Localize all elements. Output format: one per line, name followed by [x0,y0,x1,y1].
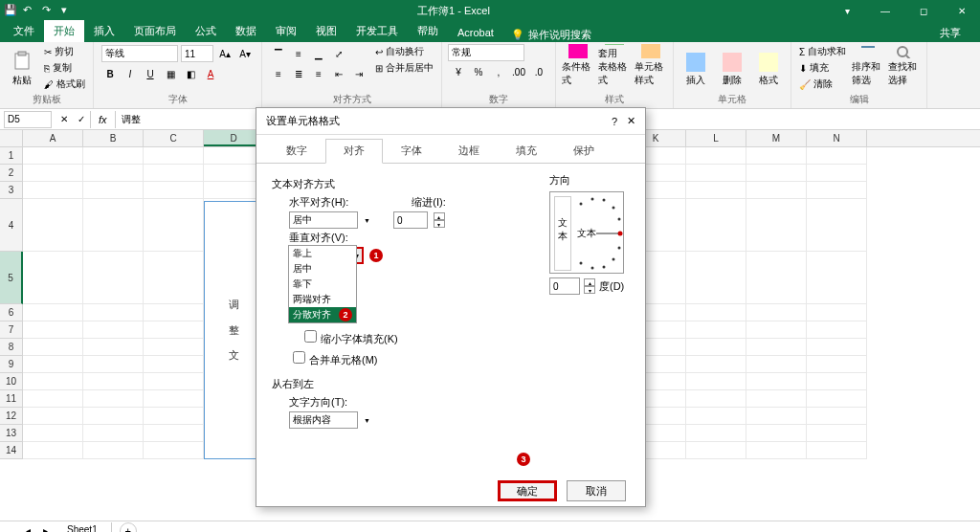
row-header[interactable]: 6 [0,304,23,321]
cell[interactable] [746,199,807,252]
autosum-button[interactable]: Σ自动求和 [797,44,848,59]
decrease-font-button[interactable]: A▾ [236,45,254,62]
cell[interactable] [807,199,867,252]
cell[interactable] [83,165,144,182]
cell[interactable] [23,304,83,321]
dlg-tab-number[interactable]: 数字 [268,139,325,163]
increase-indent-button[interactable]: ⇥ [350,65,368,82]
cell[interactable] [144,321,204,339]
cell[interactable] [23,182,83,199]
row-header[interactable]: 8 [0,339,23,356]
align-middle-button[interactable]: ≡ [290,45,307,62]
cell[interactable] [83,408,144,425]
sheet-nav-last-button[interactable]: ▸ [36,522,54,533]
cell[interactable] [83,339,144,356]
font-name-combo[interactable] [101,45,178,62]
cell[interactable] [83,356,144,373]
minimize-button[interactable]: — [871,6,900,16]
cell[interactable] [144,373,204,390]
cell[interactable] [686,321,746,339]
cell[interactable] [746,304,807,321]
cell[interactable] [746,408,807,425]
cell[interactable] [23,147,83,165]
row-header[interactable]: 10 [0,373,23,390]
increase-font-button[interactable]: A▴ [216,45,234,62]
percent-button[interactable]: % [470,63,487,80]
row-header[interactable]: 7 [0,321,23,339]
cell[interactable] [23,339,83,356]
cell[interactable] [83,304,144,321]
close-button[interactable]: ✕ [947,6,976,16]
indent-down-button[interactable]: ▾ [434,220,445,228]
format-cells-button[interactable]: 格式 [752,44,785,88]
fill-color-button[interactable]: ◧ [182,65,199,82]
tab-acrobat[interactable]: Acrobat [448,23,503,42]
delete-cells-button[interactable]: 删除 [716,44,748,88]
cell[interactable] [686,373,746,390]
row-header[interactable]: 9 [0,356,23,373]
cell[interactable] [144,182,204,199]
dialog-help-button[interactable]: ? [612,116,617,127]
clear-button[interactable]: 🧹清除 [797,77,848,92]
cell[interactable] [144,165,204,182]
cell[interactable] [807,373,867,390]
align-center-button[interactable]: ≣ [290,65,307,82]
dialog-titlebar[interactable]: 设置单元格格式 ? ✕ [256,108,645,135]
ribbon-options-button[interactable]: ▾ [833,6,861,16]
undo-icon[interactable]: ↶ [23,4,36,17]
drop-item[interactable]: 靠上 [289,246,356,261]
tab-file[interactable]: 文件 [4,20,44,42]
insert-function-button[interactable]: fx [90,111,116,128]
tell-me[interactable]: 💡 操作说明搜索 [511,28,591,42]
format-painter-button[interactable]: 🖌格式刷 [42,77,87,92]
col-header[interactable]: C [144,130,204,146]
cell[interactable] [144,442,204,459]
cell[interactable] [746,425,807,442]
cell[interactable] [144,147,204,165]
cell[interactable] [686,356,746,373]
row-header[interactable]: 5 [0,252,23,304]
cell[interactable] [746,339,807,356]
align-top-button[interactable]: ▔ [270,45,287,62]
cell[interactable] [807,147,867,165]
cell[interactable] [686,165,746,182]
decrease-decimal-button[interactable]: .0 [530,63,547,80]
qat-customize-icon[interactable]: ▾ [61,4,75,17]
maximize-button[interactable]: ◻ [909,6,938,16]
cell[interactable] [23,165,83,182]
format-as-table-button[interactable]: 套用 表格格式 [598,44,631,88]
font-color-button[interactable]: A [202,65,219,82]
cell[interactable] [144,252,204,304]
share-button[interactable]: 共享 [932,24,969,42]
cell[interactable] [23,390,83,408]
cell[interactable] [83,442,144,459]
cell[interactable] [746,147,807,165]
copy-button[interactable]: ⎘复制 [42,60,87,76]
dlg-tab-fill[interactable]: 填充 [498,139,555,163]
fill-button[interactable]: ⬇填充 [797,60,848,76]
cell[interactable] [686,425,746,442]
cell[interactable] [807,408,867,425]
tab-home[interactable]: 开始 [44,20,84,42]
cell[interactable] [807,425,867,442]
italic-button[interactable]: I [122,65,139,82]
redo-icon[interactable]: ↷ [42,4,56,17]
cell[interactable] [83,182,144,199]
cell[interactable] [23,252,83,304]
dialog-close-button[interactable]: ✕ [627,115,635,127]
cell[interactable] [686,304,746,321]
cell[interactable] [807,304,867,321]
degree-up-button[interactable]: ▴ [584,278,595,286]
tab-data[interactable]: 数据 [226,20,266,42]
conditional-format-button[interactable]: 条件格式 [562,44,594,88]
add-sheet-button[interactable]: + [120,522,137,533]
cell[interactable] [83,321,144,339]
shrink-checkbox[interactable] [304,330,317,343]
cell[interactable] [23,321,83,339]
sheet-tab[interactable]: Sheet1 [54,522,112,532]
dlg-tab-protect[interactable]: 保护 [555,139,612,163]
cell[interactable] [746,390,807,408]
row-header[interactable]: 1 [0,147,23,165]
underline-button[interactable]: U [142,65,159,82]
cell[interactable] [746,165,807,182]
